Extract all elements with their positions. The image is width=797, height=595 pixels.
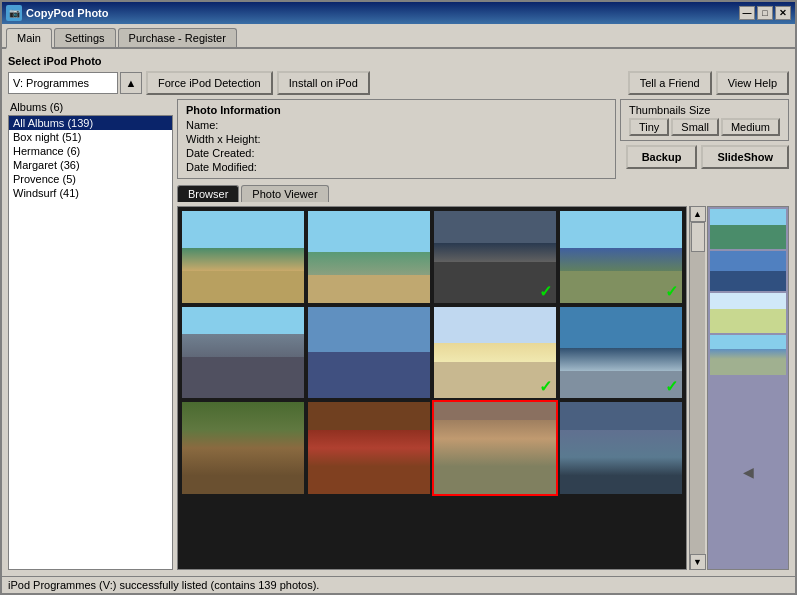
close-button[interactable]: ✕ — [775, 6, 791, 20]
modified-line: Date Modified: — [186, 160, 607, 174]
side-thumb[interactable] — [710, 293, 786, 333]
status-text: iPod Programmes (V:) successfully listed… — [8, 579, 319, 591]
drive-dropdown[interactable]: V: Programmes — [8, 72, 118, 94]
right-controls: Thumbnails Size Tiny Small Medium Backup… — [620, 99, 789, 179]
maximize-button[interactable]: □ — [757, 6, 773, 20]
tab-main[interactable]: Main — [6, 28, 52, 49]
select-label: Select iPod Photo — [8, 55, 789, 67]
scroll-up-button[interactable]: ▲ — [690, 206, 706, 222]
scroll-thumb[interactable] — [691, 222, 705, 252]
photo-cell[interactable] — [308, 402, 430, 494]
scroll-track[interactable] — [690, 222, 705, 554]
dimensions-label: Width x Height: — [186, 133, 261, 145]
list-item[interactable]: Box night (51) — [9, 130, 172, 144]
list-item[interactable]: All Albums (139) — [9, 116, 172, 130]
checkmark-icon: ✓ — [539, 282, 552, 301]
created-label: Date Created: — [186, 147, 254, 159]
name-label: Name: — [186, 119, 218, 131]
action-buttons: Backup SlideShow — [626, 145, 789, 169]
photo-cell[interactable]: ✓ — [434, 307, 556, 399]
photo-info-panel: Photo Information Name: Width x Height: … — [177, 99, 616, 179]
checkmark-icon: ✓ — [665, 282, 678, 301]
title-bar: 📷 CopyPod Photo — □ ✕ — [2, 2, 795, 24]
modified-label: Date Modified: — [186, 161, 257, 173]
thumb-size-label: Thumbnails Size — [629, 104, 780, 116]
scroll-down-button[interactable]: ▼ — [690, 554, 706, 570]
minimize-button[interactable]: — — [739, 6, 755, 20]
photo-cell[interactable] — [434, 402, 556, 494]
view-help-button[interactable]: View Help — [716, 71, 789, 95]
photo-cell[interactable] — [182, 402, 304, 494]
albums-label: Albums (6) — [8, 99, 173, 115]
window-title: CopyPod Photo — [26, 7, 109, 19]
tab-settings[interactable]: Settings — [54, 28, 116, 47]
tiny-button[interactable]: Tiny — [629, 118, 669, 136]
slideshow-button[interactable]: SlideShow — [701, 145, 789, 169]
inner-tab-row: Browser Photo Viewer — [177, 185, 789, 202]
photo-cell[interactable]: ✓ — [560, 211, 682, 303]
tab-photo-viewer[interactable]: Photo Viewer — [241, 185, 328, 202]
main-content: Select iPod Photo V: Programmes ▲ Force … — [2, 49, 795, 576]
select-wrapper: V: Programmes — [8, 72, 118, 94]
install-ipod-button[interactable]: Install on iPod — [277, 71, 370, 95]
medium-button[interactable]: Medium — [721, 118, 780, 136]
side-thumb[interactable] — [710, 209, 786, 249]
checkmark-icon: ✓ — [539, 377, 552, 396]
list-item[interactable]: Windsurf (41) — [9, 186, 172, 200]
list-item[interactable]: Hermance (6) — [9, 144, 172, 158]
scrollbar-vertical[interactable]: ▲ ▼ — [689, 206, 705, 570]
checkmark-icon: ✓ — [665, 377, 678, 396]
tab-browser[interactable]: Browser — [177, 185, 239, 202]
backup-button[interactable]: Backup — [626, 145, 698, 169]
photo-grid: ✓ ✓ ✓ ✓ — [178, 207, 686, 498]
drive-select: V: Programmes ▲ — [8, 72, 142, 94]
force-detection-button[interactable]: Force iPod Detection — [146, 71, 273, 95]
app-icon: 📷 — [6, 5, 22, 21]
albums-list[interactable]: All Albums (139) Box night (51) Hermance… — [8, 115, 173, 570]
right-panel: Photo Information Name: Width x Height: … — [177, 99, 789, 570]
app-window: 📷 CopyPod Photo — □ ✕ Main Settings Purc… — [0, 0, 797, 595]
dimensions-line: Width x Height: — [186, 132, 607, 146]
photo-grid-container: ✓ ✓ ✓ ✓ — [177, 206, 687, 570]
title-bar-left: 📷 CopyPod Photo — [6, 5, 109, 21]
side-thumbnail-strip: ◀ — [707, 206, 789, 570]
arrow-icon: ◀ — [743, 464, 754, 480]
photo-info-title: Photo Information — [186, 104, 607, 116]
thumbnails-size-panel: Thumbnails Size Tiny Small Medium — [620, 99, 789, 141]
photo-cell[interactable] — [308, 307, 430, 399]
side-thumb[interactable] — [710, 335, 786, 375]
name-line: Name: — [186, 118, 607, 132]
photo-cell[interactable] — [560, 402, 682, 494]
photo-cell[interactable]: ✓ — [560, 307, 682, 399]
photo-cell[interactable] — [182, 211, 304, 303]
list-item[interactable]: Provence (5) — [9, 172, 172, 186]
browser-area: ✓ ✓ ✓ ✓ — [177, 206, 789, 570]
photo-cell[interactable] — [182, 307, 304, 399]
list-item[interactable]: Margaret (36) — [9, 158, 172, 172]
status-bar: iPod Programmes (V:) successfully listed… — [2, 576, 795, 593]
side-thumb[interactable] — [710, 251, 786, 291]
thumb-size-buttons: Tiny Small Medium — [629, 118, 780, 136]
tab-purchase[interactable]: Purchase - Register — [118, 28, 237, 47]
photo-cell[interactable]: ✓ — [434, 211, 556, 303]
created-line: Date Created: — [186, 146, 607, 160]
photo-info-row: Photo Information Name: Width x Height: … — [177, 99, 789, 179]
title-buttons: — □ ✕ — [739, 6, 791, 20]
left-panel: Albums (6) All Albums (139) Box night (5… — [8, 99, 173, 570]
strip-expand-arrow[interactable]: ◀ — [710, 377, 786, 567]
main-area: Albums (6) All Albums (139) Box night (5… — [8, 99, 789, 570]
small-button[interactable]: Small — [671, 118, 719, 136]
tell-friend-button[interactable]: Tell a Friend — [628, 71, 712, 95]
up-button[interactable]: ▲ — [120, 72, 142, 94]
tab-bar: Main Settings Purchase - Register — [2, 24, 795, 49]
photo-cell[interactable] — [308, 211, 430, 303]
toolbar-row: V: Programmes ▲ Force iPod Detection Ins… — [8, 71, 789, 95]
